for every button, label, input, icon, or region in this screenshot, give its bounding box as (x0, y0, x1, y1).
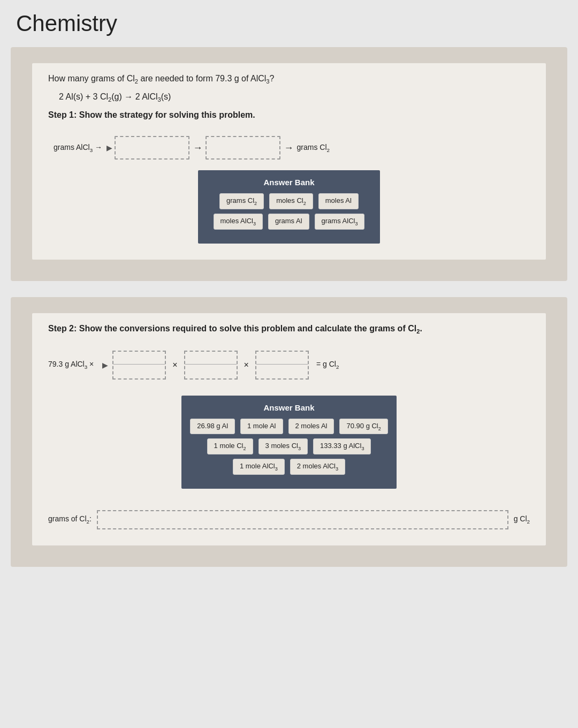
chip-2698-al[interactable]: 26.98 g Al (190, 419, 235, 435)
chip-7090-cl2[interactable]: 70.90 g Cl2 (339, 419, 387, 435)
chip-2-moles-al[interactable]: 2 moles Al (288, 419, 334, 435)
chip-2-moles-alcl3[interactable]: 2 moles AlCl3 (290, 459, 345, 475)
card-step2: Step 2: Show the conversions required to… (11, 297, 567, 567)
answer-bank-2-row3: 1 mole AlCl3 2 moles AlCl3 (190, 459, 388, 475)
answer-bank-2: Answer Bank 26.98 g Al 1 mole Al 2 moles… (48, 390, 530, 489)
answer-bank-panel-2: Answer Bank 26.98 g Al 1 mole Al 2 moles… (181, 396, 397, 489)
equals-label: = g Cl2 (316, 360, 339, 370)
conv-box-2[interactable] (206, 136, 280, 160)
mult-sign-1: × (172, 360, 177, 370)
step2-label: Step 2: Show the conversions required to… (48, 324, 530, 335)
page-title: Chemistry (11, 5, 567, 47)
fraction-box-1[interactable] (112, 351, 166, 380)
chip-grams-cl2[interactable]: grams Cl2 (219, 193, 264, 209)
chip-3-moles-cl3[interactable]: 3 moles Cl3 (258, 438, 308, 454)
answer-bank-title-1: Answer Bank (209, 178, 369, 187)
final-unit: g Cl2 (514, 514, 530, 525)
calc-row: 79.3 g AlCl3 × ▶ × × = g Cl2 (48, 351, 530, 380)
chip-grams-al[interactable]: grams Al (268, 214, 309, 230)
chip-grams-alcl3[interactable]: grams AlCl3 (315, 214, 365, 230)
chip-1-mole-al[interactable]: 1 mole Al (240, 419, 283, 435)
chip-moles-al[interactable]: moles Al (318, 193, 359, 209)
conv-box-1[interactable] (115, 136, 189, 160)
cursor-icon-1: ▶ (107, 143, 112, 152)
question-text: How many grams of Cl2 are needed to form… (48, 74, 530, 85)
calc-start-label: 79.3 g AlCl3 × (48, 360, 94, 370)
answer-bank-2-row2: 1 mole Cl2 3 moles Cl3 133.33 g AlCl3 (190, 438, 388, 454)
conv-end-label: grams Cl2 (296, 143, 329, 153)
final-answer-input[interactable] (97, 510, 508, 529)
chip-13333-alcl3[interactable]: 133.33 g AlCl3 (313, 438, 371, 454)
card-step1-inner: How many grams of Cl2 are needed to form… (32, 63, 546, 260)
final-answer-row: grams of Cl2: g Cl2 (48, 510, 530, 529)
cursor-icon-2: ▶ (102, 361, 108, 369)
chip-1-mole-alcl3[interactable]: 1 mole AlCl3 (233, 459, 285, 475)
step1-label: Step 1: Show the strategy for solving th… (48, 110, 530, 120)
answer-bank-2-row1: 26.98 g Al 1 mole Al 2 moles Al 70.90 g … (190, 419, 388, 435)
card-step1: How many grams of Cl2 are needed to form… (11, 47, 567, 281)
chip-1-mole-cl2[interactable]: 1 mole Cl2 (207, 438, 253, 454)
mult-sign-2: × (244, 360, 249, 370)
answer-bank-1: Answer Bank grams Cl2 moles Cl2 moles Al… (48, 170, 530, 243)
chip-moles-cl2[interactable]: moles Cl2 (269, 193, 313, 209)
fraction-box-3[interactable] (255, 351, 309, 380)
equation: 2 Al(s) + 3 Cl2(g) → 2 AlCl3(s) (48, 92, 530, 103)
answer-bank-panel-1: Answer Bank grams Cl2 moles Cl2 moles Al… (198, 170, 380, 243)
final-label: grams of Cl2: (48, 514, 92, 525)
card-step2-inner: Step 2: Show the conversions required to… (32, 313, 546, 545)
answer-bank-row-1-1: grams Cl2 moles Cl2 moles Al (209, 193, 369, 209)
arrow-2: → (284, 142, 293, 154)
chip-moles-alcl3[interactable]: moles AlCl3 (214, 214, 263, 230)
answer-bank-row-1-2: moles AlCl3 grams Al grams AlCl3 (209, 214, 369, 230)
conversion-diagram: grams AlCl3 → ▶ → → grams Cl2 (48, 136, 530, 160)
fraction-box-2[interactable] (184, 351, 238, 380)
answer-bank-title-2: Answer Bank (190, 403, 388, 412)
conv-start-label: grams AlCl3 → (54, 143, 102, 153)
arrow-1: → (193, 142, 202, 154)
